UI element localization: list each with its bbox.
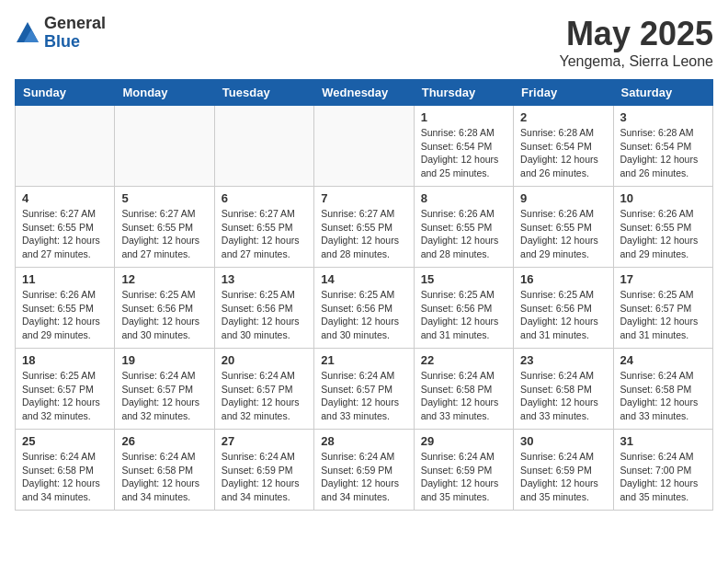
calendar-weekday-sunday: Sunday xyxy=(16,80,115,106)
calendar-cell: 14Sunrise: 6:25 AMSunset: 6:56 PMDayligh… xyxy=(314,268,414,349)
day-info: Sunrise: 6:24 AMSunset: 6:58 PMDaylight:… xyxy=(421,369,506,423)
calendar-cell: 10Sunrise: 6:26 AMSunset: 6:55 PMDayligh… xyxy=(613,187,712,268)
calendar-table: SundayMondayTuesdayWednesdayThursdayFrid… xyxy=(15,79,713,511)
calendar-cell: 24Sunrise: 6:24 AMSunset: 6:58 PMDayligh… xyxy=(613,349,712,430)
calendar-cell: 25Sunrise: 6:24 AMSunset: 6:58 PMDayligh… xyxy=(16,430,115,511)
day-info: Sunrise: 6:24 AMSunset: 6:59 PMDaylight:… xyxy=(421,450,506,504)
calendar-cell: 5Sunrise: 6:27 AMSunset: 6:55 PMDaylight… xyxy=(115,187,214,268)
calendar-cell: 21Sunrise: 6:24 AMSunset: 6:57 PMDayligh… xyxy=(314,349,414,430)
calendar-header-row: SundayMondayTuesdayWednesdayThursdayFrid… xyxy=(16,80,713,106)
day-info: Sunrise: 6:25 AMSunset: 6:56 PMDaylight:… xyxy=(520,288,606,342)
calendar-cell: 26Sunrise: 6:24 AMSunset: 6:58 PMDayligh… xyxy=(115,430,214,511)
day-info: Sunrise: 6:25 AMSunset: 6:57 PMDaylight:… xyxy=(620,288,706,342)
day-info: Sunrise: 6:25 AMSunset: 6:57 PMDaylight:… xyxy=(22,369,108,423)
day-number: 15 xyxy=(421,272,506,286)
calendar-week-row: 1Sunrise: 6:28 AMSunset: 6:54 PMDaylight… xyxy=(16,106,713,187)
day-number: 8 xyxy=(421,191,506,205)
day-number: 25 xyxy=(22,434,108,448)
day-number: 16 xyxy=(520,272,606,286)
day-info: Sunrise: 6:26 AMSunset: 6:55 PMDaylight:… xyxy=(520,207,606,261)
calendar-cell: 4Sunrise: 6:27 AMSunset: 6:55 PMDaylight… xyxy=(16,187,115,268)
logo-blue-text: Blue xyxy=(44,33,106,52)
calendar-weekday-saturday: Saturday xyxy=(613,80,712,106)
calendar-cell: 23Sunrise: 6:24 AMSunset: 6:58 PMDayligh… xyxy=(514,349,613,430)
page-header: General Blue May 2025 Yengema, Sierra Le… xyxy=(15,15,713,70)
logo-icon xyxy=(15,20,40,46)
day-number: 30 xyxy=(520,434,606,448)
calendar-cell: 22Sunrise: 6:24 AMSunset: 6:58 PMDayligh… xyxy=(414,349,513,430)
day-info: Sunrise: 6:28 AMSunset: 6:54 PMDaylight:… xyxy=(620,126,706,180)
day-number: 3 xyxy=(620,110,706,124)
day-info: Sunrise: 6:27 AMSunset: 6:55 PMDaylight:… xyxy=(22,207,108,261)
day-info: Sunrise: 6:28 AMSunset: 6:54 PMDaylight:… xyxy=(421,126,506,180)
day-info: Sunrise: 6:26 AMSunset: 6:55 PMDaylight:… xyxy=(421,207,506,261)
day-info: Sunrise: 6:24 AMSunset: 6:59 PMDaylight:… xyxy=(520,450,606,504)
calendar-week-row: 18Sunrise: 6:25 AMSunset: 6:57 PMDayligh… xyxy=(16,349,713,430)
day-info: Sunrise: 6:24 AMSunset: 7:00 PMDaylight:… xyxy=(620,450,706,504)
calendar-cell: 17Sunrise: 6:25 AMSunset: 6:57 PMDayligh… xyxy=(613,268,712,349)
calendar-week-row: 25Sunrise: 6:24 AMSunset: 6:58 PMDayligh… xyxy=(16,430,713,511)
day-number: 18 xyxy=(22,353,108,367)
day-info: Sunrise: 6:24 AMSunset: 6:59 PMDaylight:… xyxy=(321,450,406,504)
calendar-cell: 13Sunrise: 6:25 AMSunset: 6:56 PMDayligh… xyxy=(214,268,313,349)
day-info: Sunrise: 6:24 AMSunset: 6:59 PMDaylight:… xyxy=(222,450,307,504)
day-number: 7 xyxy=(321,191,406,205)
calendar-week-row: 11Sunrise: 6:26 AMSunset: 6:55 PMDayligh… xyxy=(16,268,713,349)
calendar-cell: 2Sunrise: 6:28 AMSunset: 6:54 PMDaylight… xyxy=(514,106,613,187)
day-info: Sunrise: 6:24 AMSunset: 6:58 PMDaylight:… xyxy=(121,450,207,504)
calendar-cell: 3Sunrise: 6:28 AMSunset: 6:54 PMDaylight… xyxy=(613,106,712,187)
day-number: 26 xyxy=(121,434,207,448)
month-title: May 2025 xyxy=(559,15,713,53)
day-number: 31 xyxy=(620,434,706,448)
day-info: Sunrise: 6:27 AMSunset: 6:55 PMDaylight:… xyxy=(121,207,207,261)
day-info: Sunrise: 6:24 AMSunset: 6:58 PMDaylight:… xyxy=(520,369,606,423)
calendar-cell: 9Sunrise: 6:26 AMSunset: 6:55 PMDaylight… xyxy=(514,187,613,268)
day-info: Sunrise: 6:25 AMSunset: 6:56 PMDaylight:… xyxy=(121,288,207,342)
day-info: Sunrise: 6:27 AMSunset: 6:55 PMDaylight:… xyxy=(321,207,406,261)
day-number: 10 xyxy=(620,191,706,205)
day-number: 9 xyxy=(520,191,606,205)
calendar-weekday-monday: Monday xyxy=(115,80,214,106)
day-number: 6 xyxy=(222,191,307,205)
calendar-cell xyxy=(214,106,313,187)
calendar-cell: 8Sunrise: 6:26 AMSunset: 6:55 PMDaylight… xyxy=(414,187,513,268)
day-info: Sunrise: 6:24 AMSunset: 6:58 PMDaylight:… xyxy=(620,369,706,423)
day-number: 1 xyxy=(421,110,506,124)
calendar-cell: 31Sunrise: 6:24 AMSunset: 7:00 PMDayligh… xyxy=(613,430,712,511)
calendar-cell: 1Sunrise: 6:28 AMSunset: 6:54 PMDaylight… xyxy=(414,106,513,187)
day-number: 24 xyxy=(620,353,706,367)
day-info: Sunrise: 6:26 AMSunset: 6:55 PMDaylight:… xyxy=(22,288,108,342)
calendar-cell: 15Sunrise: 6:25 AMSunset: 6:56 PMDayligh… xyxy=(414,268,513,349)
day-number: 17 xyxy=(620,272,706,286)
day-number: 12 xyxy=(121,272,207,286)
day-info: Sunrise: 6:28 AMSunset: 6:54 PMDaylight:… xyxy=(520,126,606,180)
day-number: 5 xyxy=(121,191,207,205)
calendar-week-row: 4Sunrise: 6:27 AMSunset: 6:55 PMDaylight… xyxy=(16,187,713,268)
calendar-cell: 11Sunrise: 6:26 AMSunset: 6:55 PMDayligh… xyxy=(16,268,115,349)
day-number: 22 xyxy=(421,353,506,367)
day-info: Sunrise: 6:24 AMSunset: 6:57 PMDaylight:… xyxy=(321,369,406,423)
day-number: 13 xyxy=(222,272,307,286)
day-info: Sunrise: 6:25 AMSunset: 6:56 PMDaylight:… xyxy=(421,288,506,342)
day-number: 21 xyxy=(321,353,406,367)
calendar-cell: 18Sunrise: 6:25 AMSunset: 6:57 PMDayligh… xyxy=(16,349,115,430)
day-number: 27 xyxy=(222,434,307,448)
calendar-cell: 7Sunrise: 6:27 AMSunset: 6:55 PMDaylight… xyxy=(314,187,414,268)
calendar-cell xyxy=(115,106,214,187)
calendar-cell: 19Sunrise: 6:24 AMSunset: 6:57 PMDayligh… xyxy=(115,349,214,430)
day-number: 2 xyxy=(520,110,606,124)
day-info: Sunrise: 6:24 AMSunset: 6:57 PMDaylight:… xyxy=(222,369,307,423)
day-number: 11 xyxy=(22,272,108,286)
calendar-cell: 27Sunrise: 6:24 AMSunset: 6:59 PMDayligh… xyxy=(214,430,313,511)
logo-general-text: General xyxy=(44,15,106,33)
day-number: 28 xyxy=(321,434,406,448)
day-number: 20 xyxy=(222,353,307,367)
day-info: Sunrise: 6:25 AMSunset: 6:56 PMDaylight:… xyxy=(222,288,307,342)
day-number: 29 xyxy=(421,434,506,448)
calendar-weekday-thursday: Thursday xyxy=(414,80,513,106)
day-number: 4 xyxy=(22,191,108,205)
calendar-cell: 20Sunrise: 6:24 AMSunset: 6:57 PMDayligh… xyxy=(214,349,313,430)
location-label: Yengema, Sierra Leone xyxy=(559,53,713,70)
calendar-cell xyxy=(16,106,115,187)
day-number: 19 xyxy=(121,353,207,367)
